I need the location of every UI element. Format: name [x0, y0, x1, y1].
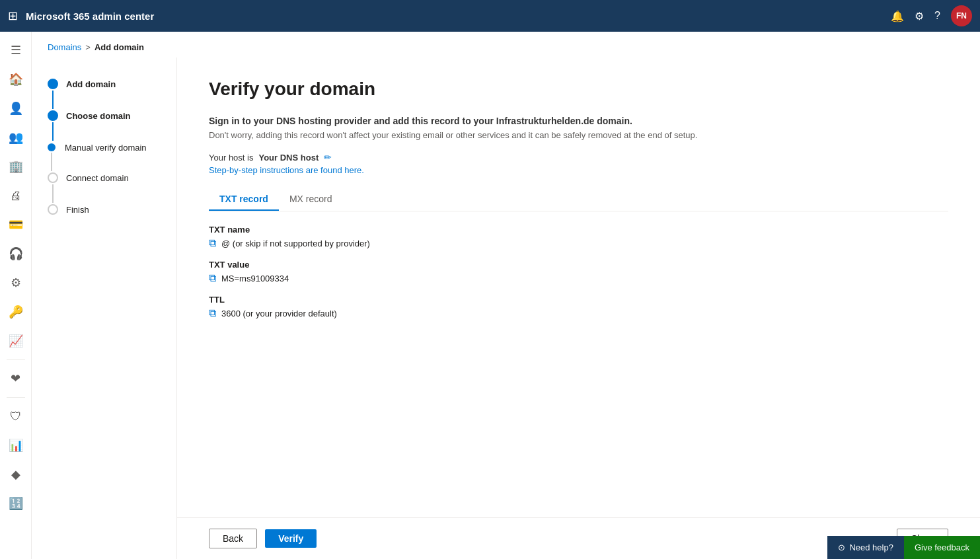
top-navigation: ⊞ Microsoft 365 admin center 🔔 ⚙ ? FN [0, 0, 980, 32]
sidebar-item-health[interactable]: ❤ [3, 365, 29, 392]
icon-sidebar: ☰ 🏠 👤 👥 🏢 🖨 💳 🎧 ⚙ 🔑 📈 ❤ 🛡 📊 ◆ 🔢 [0, 32, 32, 559]
txt-value-copy-icon[interactable]: ⧉ [209, 272, 216, 284]
breadcrumb-separator: > [85, 42, 91, 52]
help-icon[interactable]: ? [934, 10, 940, 22]
nav-icons-group: 🔔 ⚙ ? FN [891, 5, 972, 26]
step-2-circle [48, 110, 58, 121]
host-prefix: Your host is [209, 153, 253, 163]
step-3-circle [48, 143, 56, 151]
ttl-field: TTL ⧉ 3600 (or your provider default) [209, 295, 948, 319]
need-help-button[interactable]: ⊙ Need help? [827, 536, 904, 559]
content-area: Domains > Add domain Add domain [32, 32, 980, 559]
txt-name-copy-icon[interactable]: ⧉ [209, 237, 216, 249]
sidebar-item-misc[interactable]: 🔢 [3, 490, 29, 517]
sidebar-item-groups[interactable]: 👥 [3, 124, 29, 151]
step-4-line [52, 184, 54, 203]
grid-icon[interactable]: ⊞ [8, 9, 18, 23]
record-tabs: TXT record MX record [209, 188, 948, 211]
page-title: Verify your domain [209, 79, 948, 100]
wizard-content: Verify your domain Sign in to your DNS h… [177, 57, 980, 517]
step-2-line [52, 122, 54, 141]
breadcrumb: Domains > Add domain [32, 32, 980, 57]
give-feedback-button[interactable]: Give feedback [904, 536, 980, 559]
sidebar-item-security[interactable]: 🛡 [3, 403, 29, 429]
need-help-label: Need help? [849, 542, 893, 552]
page-body: Add domain Choose domain Man [32, 57, 980, 559]
sidebar-item-billing[interactable]: 💳 [3, 211, 29, 238]
back-button[interactable]: Back [209, 529, 257, 548]
instruction-normal: Don't worry, adding this record won't af… [209, 130, 948, 140]
ttl-value: 3600 (or your provider default) [221, 309, 337, 318]
verify-button[interactable]: Verify [265, 529, 317, 548]
step-3-label: Manual verify domain [65, 142, 147, 154]
step-5-label: Finish [66, 204, 89, 216]
instruction-bold: Sign in to your DNS hosting provider and… [209, 116, 948, 126]
notification-icon[interactable]: 🔔 [891, 10, 904, 22]
sidebar-item-hamburger[interactable]: ☰ [3, 37, 29, 63]
step-4-label: Connect domain [66, 172, 129, 184]
sidebar-divider [7, 359, 25, 360]
ttl-value-row: ⧉ 3600 (or your provider default) [209, 307, 948, 319]
sidebar-item-reports[interactable]: 📈 [3, 328, 29, 354]
step-3-line [51, 153, 52, 171]
edit-icon[interactable]: ✏ [324, 152, 332, 163]
txt-value-field: TXT value ⧉ MS=ms91009334 [209, 260, 948, 284]
txt-value-value: MS=ms91009334 [221, 274, 289, 283]
wizard-sidebar: Add domain Choose domain Man [32, 57, 177, 559]
sidebar-item-devices[interactable]: 🖨 [3, 182, 29, 209]
host-value: Your DNS host [258, 153, 319, 163]
sidebar-item-home[interactable]: 🏠 [3, 66, 29, 93]
lifebuoy-icon: ⊙ [838, 542, 845, 552]
sidebar-item-partner[interactable]: 🔑 [3, 299, 29, 325]
dns-host-row: Your host is Your DNS host ✏ [209, 152, 948, 163]
txt-value-label: TXT value [209, 260, 948, 270]
txt-name-label: TXT name [209, 225, 948, 235]
step-1-label: Add domain [66, 79, 116, 91]
txt-name-field: TXT name ⧉ @ (or skip if not supported b… [209, 225, 948, 249]
sidebar-divider-2 [7, 397, 25, 398]
step-5-circle [48, 204, 58, 215]
step-2-label: Choose domain [66, 110, 131, 122]
step-4-circle [48, 172, 58, 183]
sidebar-item-org[interactable]: 🏢 [3, 153, 29, 180]
txt-value-value-row: ⧉ MS=ms91009334 [209, 272, 948, 284]
sidebar-item-diamond[interactable]: ◆ [3, 461, 29, 488]
breadcrumb-domains[interactable]: Domains [48, 42, 81, 52]
sidebar-item-settings[interactable]: ⚙ [3, 270, 29, 296]
txt-name-value-row: ⧉ @ (or skip if not supported by provide… [209, 237, 948, 249]
ttl-copy-icon[interactable]: ⧉ [209, 307, 216, 319]
step-1-circle [48, 79, 58, 89]
bottom-bar: ⊙ Need help? Give feedback [827, 536, 980, 559]
step-1-line [52, 91, 54, 109]
sidebar-item-users[interactable]: 👤 [3, 95, 29, 122]
app-title: Microsoft 365 admin center [26, 11, 883, 22]
main-layout: ☰ 🏠 👤 👥 🏢 🖨 💳 🎧 ⚙ 🔑 📈 ❤ 🛡 📊 ◆ 🔢 Domains … [0, 32, 980, 559]
avatar[interactable]: FN [951, 5, 972, 26]
ttl-label: TTL [209, 295, 948, 305]
step-instructions-link[interactable]: Step-by-step instructions are found here… [209, 165, 948, 175]
tab-mx-record[interactable]: MX record [279, 188, 343, 211]
tab-txt-record[interactable]: TXT record [209, 188, 279, 211]
txt-name-value: @ (or skip if not supported by provider) [221, 239, 370, 248]
sidebar-item-exchange[interactable]: 📊 [3, 432, 29, 459]
sidebar-item-support[interactable]: 🎧 [3, 241, 29, 267]
settings-icon[interactable]: ⚙ [915, 10, 924, 22]
breadcrumb-current: Add domain [94, 42, 144, 52]
